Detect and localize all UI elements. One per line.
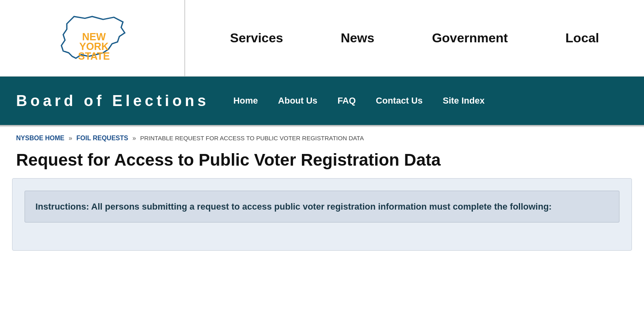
svg-text:STATE: STATE (78, 50, 110, 62)
top-nav-local[interactable]: Local (566, 31, 599, 46)
content-area: Instructions: All persons submitting a r… (12, 178, 632, 251)
breadcrumb-current: PRINTABLE REQUEST FOR ACCESS TO PUBLIC V… (140, 135, 364, 141)
top-nav-government[interactable]: Government (432, 31, 508, 46)
instructions-text: Instructions: All persons submitting a r… (35, 200, 609, 213)
logo-wrap: NEW YORK STATE (56, 12, 128, 64)
ny-state-map-icon: NEW YORK STATE (56, 12, 128, 64)
page-title: Request for Access to Public Voter Regis… (0, 146, 644, 178)
breadcrumb: NYSBOE HOME » FOIL REQUESTS » PRINTABLE … (0, 127, 644, 146)
breadcrumb-sep-1: » (68, 135, 72, 141)
boe-nav-about[interactable]: About Us (278, 96, 318, 106)
top-nav-services[interactable]: Services (230, 31, 283, 46)
top-nav-news[interactable]: News (341, 31, 374, 46)
boe-nav-home[interactable]: Home (233, 96, 258, 106)
breadcrumb-sep-2: » (132, 135, 136, 141)
boe-nav-faq[interactable]: FAQ (338, 96, 356, 106)
boe-nav: Home About Us FAQ Contact Us Site Index (233, 96, 485, 106)
breadcrumb-home[interactable]: NYSBOE HOME (16, 135, 64, 141)
boe-title: Board of Elections (16, 92, 209, 110)
top-header: NEW YORK STATE Services News Government … (0, 0, 644, 77)
top-nav: Services News Government Local (185, 31, 644, 46)
instructions-box: Instructions: All persons submitting a r… (25, 191, 619, 222)
boe-header: Board of Elections Home About Us FAQ Con… (0, 77, 644, 125)
breadcrumb-foil[interactable]: FOIL REQUESTS (76, 135, 128, 141)
boe-nav-site-index[interactable]: Site Index (443, 96, 485, 106)
logo-area: NEW YORK STATE (0, 0, 185, 76)
boe-nav-contact[interactable]: Contact Us (376, 96, 423, 106)
